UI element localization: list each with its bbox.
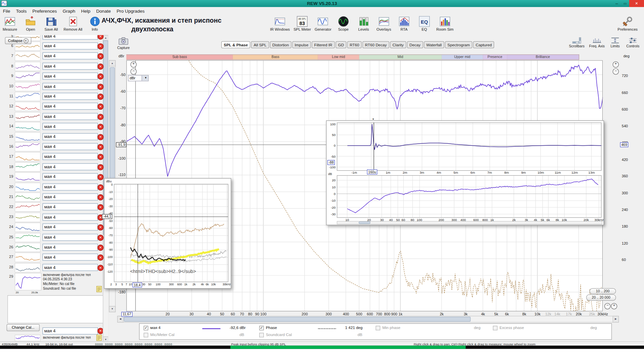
toolbar-button-rta[interactable]: RTA [395, 16, 413, 32]
tab-filtered-ir[interactable]: Filtered IR [312, 41, 335, 48]
measurement-name-field[interactable]: мая 4 [42, 73, 98, 80]
scroll-down-icon[interactable] [109, 306, 116, 312]
min-phase-checkbox[interactable] [376, 326, 380, 330]
notes-icon[interactable] [96, 334, 102, 341]
measurement-name-field[interactable]: мая 4 [42, 183, 98, 190]
measurement-thumbnail[interactable] [15, 52, 41, 61]
measurement-thumbnail[interactable] [15, 62, 41, 71]
measurement-thumbnail[interactable] [15, 122, 41, 131]
delete-measurement-button[interactable] [97, 43, 104, 50]
tab-waterfall[interactable]: Waterfall [424, 41, 444, 48]
excess-phase-checkbox[interactable] [493, 326, 498, 330]
toolbar-button-levels[interactable]: Levels [354, 16, 372, 32]
delete-measurement-button[interactable] [97, 84, 104, 90]
measurement-thumbnail[interactable] [15, 253, 41, 262]
measurement-name-field[interactable]: мая 4 [42, 224, 98, 231]
tab-clarity[interactable]: Clarity [390, 41, 406, 48]
toolbar-button-preferences[interactable]: Preferences [617, 16, 638, 32]
measurement-name-field[interactable]: мая 4 [42, 244, 98, 251]
measurement-thumbnail[interactable] [15, 142, 41, 151]
change-cal-button[interactable]: Change Cal... [7, 324, 40, 331]
measurement-name-field[interactable]: мая 4 [42, 123, 98, 130]
measurement-name-field[interactable]: мая 4 [42, 42, 98, 49]
tab-gd[interactable]: GD [336, 41, 346, 48]
measurement-thumbnail[interactable] [15, 263, 41, 272]
scroll-down-icon[interactable] [103, 337, 108, 342]
notes-area[interactable] [7, 295, 105, 323]
delete-measurement-button[interactable] [97, 134, 104, 140]
graph-button-limits[interactable]: Limits [608, 37, 623, 48]
measurement-name-field[interactable]: мая 4 [42, 203, 98, 210]
tab-decay[interactable]: Decay [407, 41, 423, 48]
delete-measurement-button[interactable] [97, 164, 104, 170]
toolbar-button-open[interactable]: Open [21, 16, 39, 32]
measurement-name-field[interactable]: мая 4 [42, 83, 98, 90]
toolbar-button-generator[interactable]: Generator [314, 16, 332, 32]
measurement-name-field[interactable]: мая 4 [42, 153, 98, 160]
zoom-in-icon[interactable] [613, 61, 619, 68]
measurement-name-field[interactable]: мая 4 [42, 93, 98, 100]
capture-button[interactable]: Capture [114, 37, 133, 53]
tab-spectrogram[interactable]: Spectrogram [445, 41, 472, 48]
delete-measurement-button[interactable] [97, 63, 104, 70]
close-icon[interactable] [629, 0, 644, 7]
graph-button-controls[interactable]: Controls [623, 37, 642, 48]
distortion-inset-window[interactable]: dBu -44,1 18,4 <html>THD<sub>H2..9</sub>… [104, 178, 231, 289]
toolbar-button-scope[interactable]: Scope [334, 16, 352, 32]
collapse-panel-button[interactable]: Collapse « [5, 37, 31, 44]
tab-distortion[interactable]: Distortion [270, 41, 291, 48]
delete-measurement-button[interactable] [97, 94, 104, 100]
graph-button-freq-axis[interactable]: Freq. Axis [587, 37, 607, 48]
measurement-thumbnail[interactable] [15, 112, 41, 121]
measurement-thumbnail[interactable] [15, 233, 41, 242]
menu-item-tools[interactable]: Tools [13, 8, 29, 14]
measurement-thumbnail[interactable] [15, 243, 41, 252]
title-bar[interactable]: REW V5.20.13 [0, 0, 644, 7]
menu-item-donate[interactable]: Donate [93, 8, 114, 14]
measurement-name-field[interactable]: мая 4 [42, 103, 98, 110]
toolbar-button-save-all[interactable]: Save All [42, 16, 60, 32]
measurement-thumbnail[interactable] [15, 102, 41, 111]
toolbar-button-ir-windows[interactable]: IR Windows [269, 16, 291, 32]
measurement-name-field[interactable]: мая 4 [42, 163, 98, 170]
menu-item-pro-upgrades[interactable]: Pro Upgrades [114, 8, 147, 14]
scrollbar-thumb[interactable] [359, 221, 370, 224]
inset-scrollbar[interactable] [337, 221, 603, 224]
notes-icon[interactable] [96, 286, 102, 292]
tab-captured[interactable]: Captured [473, 41, 494, 48]
tab-rt60-decay[interactable]: RT60 Decay [362, 41, 389, 48]
toolbar-button-room-sim[interactable]: Room Sim [435, 16, 454, 32]
zoom-in-icon[interactable] [611, 303, 617, 309]
menu-item-file[interactable]: File [0, 8, 13, 14]
zoom-in-icon[interactable] [130, 61, 137, 68]
tab-spl-phase[interactable]: SPL & Phase [221, 41, 250, 48]
selected-measurement-thumbnail[interactable] [15, 273, 41, 290]
measurement-thumbnail[interactable] [15, 172, 41, 181]
measurement-name-field[interactable]: мая 4 [42, 214, 98, 221]
measurement-thumbnail[interactable] [15, 92, 41, 101]
trace-checkbox[interactable] [144, 326, 148, 330]
measurement-name-field[interactable]: мая 4 [42, 53, 98, 60]
measurement-thumbnail[interactable] [15, 183, 41, 192]
measurement-name-field[interactable]: мая 4 [42, 193, 98, 200]
delete-measurement-button[interactable] [97, 114, 104, 120]
delete-measurement-button[interactable] [97, 265, 104, 271]
measurement-thumbnail[interactable] [15, 203, 41, 212]
menu-item-help[interactable]: Help [78, 8, 93, 14]
mic-cal-checkbox[interactable] [144, 333, 148, 337]
scroll-left-icon[interactable] [117, 316, 123, 323]
measurement-name-field[interactable]: мая 4 [42, 113, 98, 120]
toolbar-button-measure[interactable]: Measure [1, 16, 19, 32]
scroll-up-icon[interactable] [109, 60, 116, 67]
minimize-icon[interactable] [613, 0, 621, 7]
measurement-thumbnail[interactable] [15, 132, 41, 141]
zoom-out-icon[interactable] [130, 68, 137, 75]
phase-checkbox[interactable] [259, 326, 264, 330]
toolbar-button-spl-meter[interactable]: dB SPL83SPL Meter [293, 16, 312, 32]
toolbar-button-overlays[interactable]: Overlays [375, 16, 393, 32]
measurement-thumbnail[interactable] [15, 223, 41, 232]
maximize-icon[interactable] [621, 0, 629, 7]
impulse-inset-window[interactable]: -88 160u dB 100500-50-100-1m1m2m3m4m5m6m… [326, 120, 604, 225]
measurement-thumbnail[interactable] [15, 213, 41, 222]
scrollbar-thumb[interactable] [124, 317, 470, 322]
